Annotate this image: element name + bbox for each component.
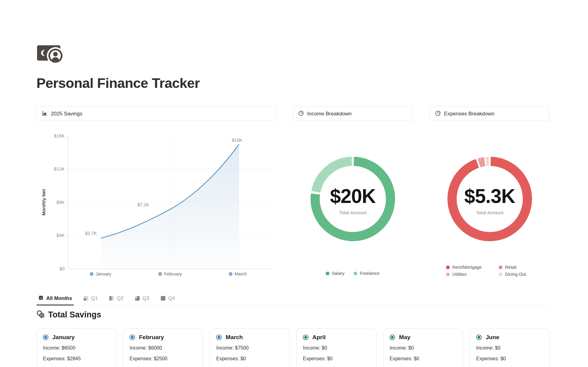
month-name: March bbox=[226, 334, 243, 341]
legend-item-dining: Dining Out bbox=[499, 272, 526, 277]
y-tick: $4K bbox=[56, 233, 65, 238]
freelance-label: Freelance bbox=[360, 271, 379, 276]
month-expenses: Expenses: $2500 bbox=[130, 355, 197, 362]
dining-swatch bbox=[499, 273, 502, 276]
legend-item-rent: Rent/Mortgage bbox=[446, 265, 499, 270]
expenses-chart-body: $5.3K Total Amount Rent/Mortgage Retail bbox=[430, 121, 549, 279]
month-marker-icon bbox=[390, 335, 395, 340]
month-expenses: Expenses: $0 bbox=[216, 355, 283, 362]
expenses-total: $5.3K bbox=[464, 185, 515, 207]
y-tick: $12K bbox=[54, 166, 65, 171]
expenses-card-header: Expenses Breakdown bbox=[430, 107, 549, 121]
pie-chart-icon bbox=[435, 110, 441, 117]
tab-all-months[interactable]: All Months bbox=[36, 293, 74, 305]
legend-item-utilities: Utilities bbox=[446, 272, 499, 277]
utilities-label: Utilities bbox=[452, 272, 467, 277]
month-name: April bbox=[312, 334, 326, 341]
tab-all-months-label: All Months bbox=[46, 295, 72, 301]
month-card-may[interactable]: May Income: $0 Expenses: $0 Net: $0 bbox=[383, 328, 463, 367]
months-tab-bar: All Months Q1 Q2 Q3 Q4 bbox=[36, 293, 550, 305]
cash-and-coin-icon bbox=[36, 42, 67, 64]
savings-chart-card: 2025 Savings bbox=[36, 107, 276, 279]
rent-label: Rent/Mortgage bbox=[452, 265, 482, 270]
tab-q2[interactable]: Q2 bbox=[107, 293, 125, 305]
total-savings-heading: Total Savings bbox=[36, 310, 550, 320]
tab-q2-label: Q2 bbox=[117, 295, 123, 301]
tab-q3-label: Q3 bbox=[142, 295, 149, 301]
month-income: Income: $0 bbox=[476, 345, 543, 351]
quarter-2-icon bbox=[109, 296, 114, 301]
finance-tracker-page: Personal Finance Tracker 2025 Savings bbox=[0, 0, 588, 367]
quarter-4-icon bbox=[161, 296, 165, 301]
month-card-february[interactable]: February Income: $6000 Expenses: $2500 N… bbox=[123, 328, 203, 367]
tab-q1-label: Q1 bbox=[91, 295, 98, 301]
x-label-january: January bbox=[90, 272, 112, 276]
quarter-3-icon bbox=[135, 296, 140, 301]
tab-q4[interactable]: Q4 bbox=[159, 293, 177, 305]
month-expenses: Expenses: $0 bbox=[476, 355, 543, 362]
month-income: Income: $6000 bbox=[130, 345, 197, 351]
month-cards-row: January Income: $6500 Expenses: $2845 Ne… bbox=[36, 328, 550, 367]
tab-q1[interactable]: Q1 bbox=[82, 293, 100, 305]
month-card-january[interactable]: January Income: $6500 Expenses: $2845 Ne… bbox=[36, 328, 116, 367]
pie-chart-icon bbox=[298, 110, 304, 117]
retail-label: Retail bbox=[505, 265, 516, 270]
month-card-june[interactable]: June Income: $0 Expenses: $0 Net: $0 bbox=[470, 328, 550, 367]
salary-label: Salary bbox=[332, 271, 345, 276]
income-chart-card: Income Breakdown $20K Total Amount Salar… bbox=[293, 107, 413, 279]
svg-text:March: March bbox=[235, 272, 247, 276]
salary-swatch bbox=[326, 272, 329, 275]
month-name: February bbox=[139, 334, 164, 341]
tab-q3[interactable]: Q3 bbox=[133, 293, 151, 305]
month-name: June bbox=[486, 334, 499, 341]
month-income: Income: $7500 bbox=[216, 345, 283, 351]
income-card-header: Income Breakdown bbox=[293, 107, 413, 121]
month-card-april[interactable]: April Income: $0 Expenses: $0 Net: $0 bbox=[296, 328, 376, 367]
expenses-total-caption: Total Amount bbox=[476, 210, 503, 215]
expenses-chart-card: Expenses Breakdown $5.3K Total Amount Re… bbox=[430, 107, 549, 279]
svg-text:January: January bbox=[96, 272, 111, 276]
legend-item-freelance: Freelance bbox=[354, 271, 379, 276]
page-title: Personal Finance Tracker bbox=[36, 76, 550, 90]
month-marker-icon bbox=[303, 335, 308, 340]
utilities-swatch bbox=[446, 273, 450, 276]
charts-row: 2025 Savings bbox=[36, 107, 550, 279]
point-label-february: $7.2K bbox=[138, 202, 149, 207]
expenses-legend: Rent/Mortgage Retail Utilities Dini bbox=[446, 265, 526, 277]
legend-item-salary: Salary bbox=[326, 271, 345, 276]
month-name: January bbox=[52, 334, 75, 341]
savings-line-chart: $16K $12K $8K $4K $0 Monthly Net $3.7K $… bbox=[36, 121, 275, 279]
x-label-february: February bbox=[159, 272, 182, 276]
legend-item-retail: Retail bbox=[499, 265, 526, 270]
tab-q4-label: Q4 bbox=[168, 295, 175, 301]
coins-icon bbox=[36, 310, 45, 320]
month-marker-icon bbox=[130, 335, 135, 340]
retail-swatch bbox=[499, 266, 502, 269]
quarter-1-icon bbox=[84, 296, 88, 301]
rent-swatch bbox=[446, 266, 450, 269]
point-label-march: $15K bbox=[232, 138, 242, 143]
month-income: Income: $0 bbox=[390, 345, 457, 351]
income-chart-body: $20K Total Amount Salary Freelance bbox=[293, 121, 413, 279]
y-axis-title: Monthly Net bbox=[41, 189, 46, 215]
savings-card-header: 2025 Savings bbox=[36, 107, 276, 121]
income-card-title: Income Breakdown bbox=[307, 111, 352, 117]
month-income: Income: $6500 bbox=[43, 345, 110, 351]
income-donut-chart: $20K Total Amount bbox=[293, 121, 413, 279]
area-chart-icon bbox=[42, 110, 47, 117]
dining-label: Dining Out bbox=[505, 272, 526, 277]
x-label-march: March bbox=[229, 272, 247, 276]
savings-card-title: 2025 Savings bbox=[51, 111, 82, 117]
month-marker-icon bbox=[476, 335, 482, 340]
month-expenses: Expenses: $0 bbox=[303, 355, 370, 362]
total-savings-title: Total Savings bbox=[48, 310, 101, 320]
svg-text:February: February bbox=[164, 272, 182, 276]
month-marker-icon bbox=[43, 335, 48, 340]
month-expenses: Expenses: $2845 bbox=[43, 355, 110, 362]
month-card-march[interactable]: March Income: $7500 Expenses: $0 Net: $7… bbox=[210, 328, 290, 367]
point-label-january: $3.7K bbox=[85, 231, 97, 236]
income-total: $20K bbox=[330, 185, 376, 207]
y-tick: $0 bbox=[59, 266, 65, 271]
freelance-swatch bbox=[354, 272, 357, 275]
expenses-donut-chart: $5.3K Total Amount bbox=[430, 121, 549, 279]
